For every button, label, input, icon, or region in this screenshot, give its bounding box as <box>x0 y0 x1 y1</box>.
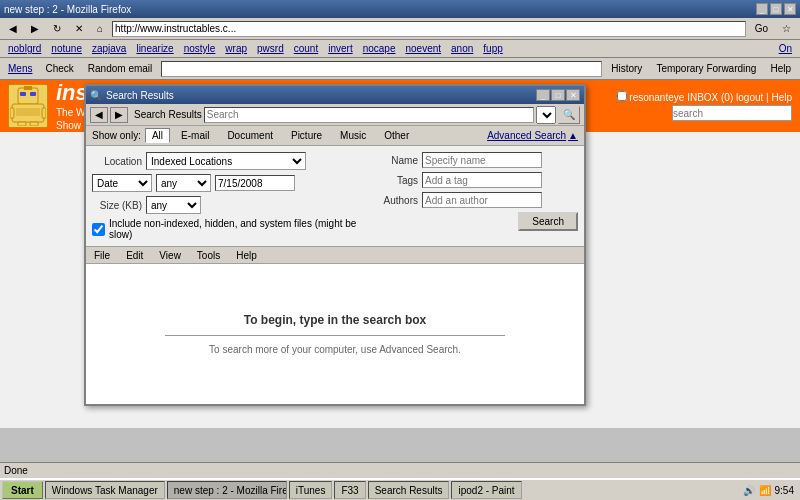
date-input[interactable] <box>215 175 295 191</box>
date-any-select[interactable]: any <box>156 174 211 192</box>
taskbar-tray: 🔊 📶 9:54 <box>739 485 798 496</box>
bookmark-pwsrd[interactable]: pwsrd <box>253 42 288 55</box>
browser-toolbar: ◀ ▶ ↻ ✕ ⌂ Go ☆ <box>0 18 800 40</box>
taskbar-itunes[interactable]: iTunes <box>289 481 333 499</box>
results-hint: To search more of your computer, use Adv… <box>209 344 461 355</box>
maximize-button[interactable]: □ <box>770 3 782 15</box>
bookmark-fupp[interactable]: fupp <box>479 42 506 55</box>
nonindexed-checkbox[interactable] <box>92 223 105 236</box>
menu-edit[interactable]: Edit <box>122 249 147 262</box>
taskbar-ipod-paint[interactable]: ipod2 - Paint <box>451 481 521 499</box>
bookmark-button[interactable]: ☆ <box>777 21 796 36</box>
size-row: Size (KB) any <box>92 196 370 214</box>
bookmark-invert[interactable]: invert <box>324 42 356 55</box>
search-button[interactable]: Search <box>518 212 578 231</box>
dialog-search-input[interactable] <box>204 107 534 123</box>
search-results-window: 🔍 Search Results _ □ ✕ ◀ ▶ Search Result… <box>84 84 586 406</box>
location-row: Location Indexed Locations <box>92 152 370 170</box>
menu-help[interactable]: Help <box>232 249 261 262</box>
bookmark-wrap[interactable]: wrap <box>221 42 251 55</box>
bookmark-nocape[interactable]: nocape <box>359 42 400 55</box>
taskbar-clock: 9:54 <box>775 485 794 496</box>
bookmark-nostyle[interactable]: nostyle <box>180 42 220 55</box>
location-label: Location <box>92 156 142 167</box>
bookmark-count[interactable]: count <box>290 42 322 55</box>
tags-input[interactable] <box>422 172 542 188</box>
location-select[interactable]: Indexed Locations <box>146 152 306 170</box>
taskbar-task-manager[interactable]: Windows Task Manager <box>45 481 165 499</box>
tab-document[interactable]: Document <box>220 128 280 143</box>
date-type-select[interactable]: Date <box>92 174 152 192</box>
second-toolbar: Mens Check Random email History Temporar… <box>0 58 800 80</box>
dialog-maximize[interactable]: □ <box>551 89 565 101</box>
tab-music[interactable]: Music <box>333 128 373 143</box>
dialog-forward-btn[interactable]: ▶ <box>110 107 128 123</box>
toolbar-temp-forwarding[interactable]: Temporary Forwarding <box>651 61 761 76</box>
bookmark-linearize[interactable]: linearize <box>132 42 177 55</box>
name-row: Name <box>378 152 578 168</box>
right-column: Name Tags Authors Search <box>378 152 578 240</box>
toolbar-mens[interactable]: Mens <box>4 62 36 75</box>
tags-label: Tags <box>378 175 418 186</box>
taskbar-firefox[interactable]: new step : 2 - Mozilla Fire... <box>167 481 287 499</box>
dialog-close[interactable]: ✕ <box>566 89 580 101</box>
home-button[interactable]: ⌂ <box>92 21 108 36</box>
bookmark-anon[interactable]: anon <box>447 42 477 55</box>
menu-view[interactable]: View <box>155 249 185 262</box>
authors-label: Authors <box>378 195 418 206</box>
tab-other[interactable]: Other <box>377 128 416 143</box>
reload-button[interactable]: ↻ <box>48 21 66 36</box>
back-button[interactable]: ◀ <box>4 21 22 36</box>
toolbar-history[interactable]: History <box>606 61 647 76</box>
taskbar-search-results[interactable]: Search Results <box>368 481 450 499</box>
dialog-toolbar: ◀ ▶ Search Results ▼ 🔍 <box>86 104 584 126</box>
name-input[interactable] <box>422 152 542 168</box>
go-button[interactable]: Go <box>750 21 773 36</box>
toolbar-random-email[interactable]: Random email <box>83 61 157 76</box>
tab-all[interactable]: All <box>145 128 170 143</box>
tab-email[interactable]: E-mail <box>174 128 216 143</box>
size-any-select[interactable]: any <box>146 196 201 214</box>
dialog-title: Search Results <box>106 90 536 101</box>
form-columns: Location Indexed Locations Date any <box>92 152 578 240</box>
dialog-toolbar-title: Search Results <box>134 109 202 120</box>
start-button[interactable]: Start <box>2 481 43 499</box>
address-bar[interactable] <box>112 21 746 37</box>
taskbar-f33[interactable]: F33 <box>334 481 365 499</box>
search-form: Location Indexed Locations Date any <box>86 146 584 246</box>
advanced-search-link[interactable]: Advanced Search ▲ <box>487 130 578 141</box>
menu-tools[interactable]: Tools <box>193 249 224 262</box>
dialog-titlebar: 🔍 Search Results _ □ ✕ <box>86 86 584 104</box>
authors-input[interactable] <box>422 192 542 208</box>
results-divider <box>165 335 505 336</box>
bookmarks-bar: noblgrd notune zapjava linearize nostyle… <box>0 40 800 58</box>
menu-file[interactable]: File <box>90 249 114 262</box>
authors-row: Authors <box>378 192 578 208</box>
dialog-buttons: _ □ ✕ <box>536 89 580 101</box>
status-bar: Done <box>0 462 800 478</box>
status-text: Done <box>4 465 28 476</box>
toolbar-help[interactable]: Help <box>765 61 796 76</box>
bookmark-zapjava[interactable]: zapjava <box>88 42 130 55</box>
forward-button[interactable]: ▶ <box>26 21 44 36</box>
toolbar-email-input[interactable] <box>161 61 602 77</box>
dialog-back-btn[interactable]: ◀ <box>90 107 108 123</box>
minimize-button[interactable]: _ <box>756 3 768 15</box>
bookmark-noblgrd[interactable]: noblgrd <box>4 42 45 55</box>
bookmark-noevent[interactable]: noevent <box>401 42 445 55</box>
tab-picture[interactable]: Picture <box>284 128 329 143</box>
titlebar-buttons: _ □ ✕ <box>756 3 796 15</box>
toolbar-check[interactable]: Check <box>40 61 78 76</box>
results-area: To begin, type in the search box To sear… <box>86 264 584 404</box>
left-column: Location Indexed Locations Date any <box>92 152 370 240</box>
browser-content: instructables The World's Biggest Show &… <box>0 80 800 428</box>
stop-button[interactable]: ✕ <box>70 21 88 36</box>
bookmark-notune[interactable]: notune <box>47 42 86 55</box>
dialog-search-dropdown[interactable]: ▼ <box>536 106 556 124</box>
date-row: Date any <box>92 174 370 192</box>
dialog-search-button[interactable]: 🔍 <box>558 106 580 124</box>
close-button[interactable]: ✕ <box>784 3 796 15</box>
size-label: Size (KB) <box>92 200 142 211</box>
dialog-minimize[interactable]: _ <box>536 89 550 101</box>
bookmark-on[interactable]: On <box>775 42 796 55</box>
